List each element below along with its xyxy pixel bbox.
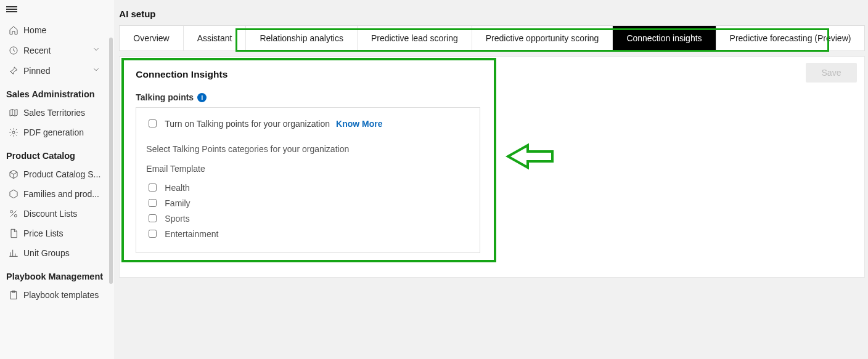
map-icon [9,108,23,118]
nav-label: Unit Groups [23,248,100,258]
nav-label: Discount Lists [23,209,100,219]
page-title: AI setup [114,0,868,25]
nav-price-lists[interactable]: Price Lists [0,224,109,243]
tab-connection-insights[interactable]: Connection insights [613,26,716,50]
tab-lead-scoring[interactable]: Predictive lead scoring [358,26,472,50]
tab-relationship-analytics[interactable]: Relationship analytics [246,26,357,50]
nav-label: Sales Territories [23,108,100,118]
category-label: Entertainment [165,229,218,239]
box-icon [9,169,23,179]
hamburger-icon[interactable] [6,5,17,14]
category-sports-checkbox[interactable] [149,214,157,222]
tab-forecasting[interactable]: Predictive forecasting (Preview) [716,26,865,50]
nav-pinned[interactable]: Pinned [0,60,109,81]
nav-unit-groups[interactable]: Unit Groups [0,243,109,263]
pin-icon [9,66,23,76]
chevron-down-icon [92,65,100,76]
category-row-entertainment: Entertainment [146,226,470,241]
nav-home[interactable]: Home [0,20,109,40]
save-button[interactable]: Save [806,63,858,83]
turn-on-label: Turn on Talking points for your organiza… [165,119,330,129]
gear-icon [9,127,23,137]
tab-opportunity-scoring[interactable]: Predictive opportunity scoring [472,26,613,50]
talking-points-label: Talking points [136,92,194,102]
chevron-down-icon [92,45,100,55]
file-icon [9,228,23,238]
category-row-health: Health [146,180,470,195]
percent-icon [9,209,23,219]
nav-pinned-label: Pinned [23,66,92,76]
turn-on-talking-points-checkbox[interactable] [149,119,157,127]
svg-point-3 [14,214,17,217]
section-playbook: Playbook Management [0,263,109,285]
category-family-checkbox[interactable] [149,199,157,207]
nav-label: PDF generation [23,127,100,137]
home-icon [9,25,23,35]
nav-pdf-generation[interactable]: PDF generation [0,123,109,142]
nav-families-products[interactable]: Families and prod... [0,184,109,204]
svg-point-2 [10,211,13,213]
category-label: Sports [165,214,189,224]
category-label: Family [165,198,190,208]
nav-recent[interactable]: Recent [0,40,109,60]
sidebar: Home Recent Pinned Sales Administration [0,0,114,359]
nav-label: Families and prod... [23,189,100,199]
category-row-family: Family [146,195,470,211]
know-more-link[interactable]: Know More [336,119,382,129]
category-row-sports: Sports [146,211,470,226]
tab-assistant[interactable]: Assistant [184,26,247,50]
talking-points-card: Turn on Talking points for your organiza… [136,107,480,253]
section-sales-admin: Sales Administration [0,81,109,103]
clipboard-icon [9,290,23,300]
svg-point-1 [12,131,15,134]
select-categories-text: Select Talking Points categories for you… [146,144,470,164]
connection-insights-heading: Connection Insights [136,67,480,92]
section-product-catalog: Product Catalog [0,142,109,164]
info-icon[interactable]: i [197,93,207,102]
nav-home-label: Home [23,25,100,35]
nav-discount-lists[interactable]: Discount Lists [0,204,109,224]
category-health-checkbox[interactable] [149,184,157,192]
nav-product-catalog-settings[interactable]: Product Catalog S... [0,164,109,184]
content-card: Save Connection Insights Talking points … [119,56,865,278]
nav-label: Price Lists [23,228,100,238]
sidebar-scrollbar[interactable] [109,38,113,284]
talking-points-row: Talking points i [136,92,480,107]
cube-icon [9,189,23,199]
main-content: AI setup Overview Assistant Relationship… [114,0,868,359]
tab-overview[interactable]: Overview [120,26,183,50]
clock-icon [9,46,23,55]
tabs-row: Overview Assistant Relationship analytic… [119,25,865,51]
email-template-label: Email Template [146,164,470,180]
nav-recent-label: Recent [23,46,92,55]
nav-playbook-templates[interactable]: Playbook templates [0,285,109,305]
connection-insights-panel: Connection Insights Talking points i Tur… [125,62,491,264]
nav-label: Product Catalog S... [23,169,100,179]
nav-label: Playbook templates [23,290,100,300]
category-label: Health [165,183,189,193]
category-entertainment-checkbox[interactable] [149,230,157,238]
nav-sales-territories[interactable]: Sales Territories [0,103,109,123]
chart-icon [9,248,23,258]
